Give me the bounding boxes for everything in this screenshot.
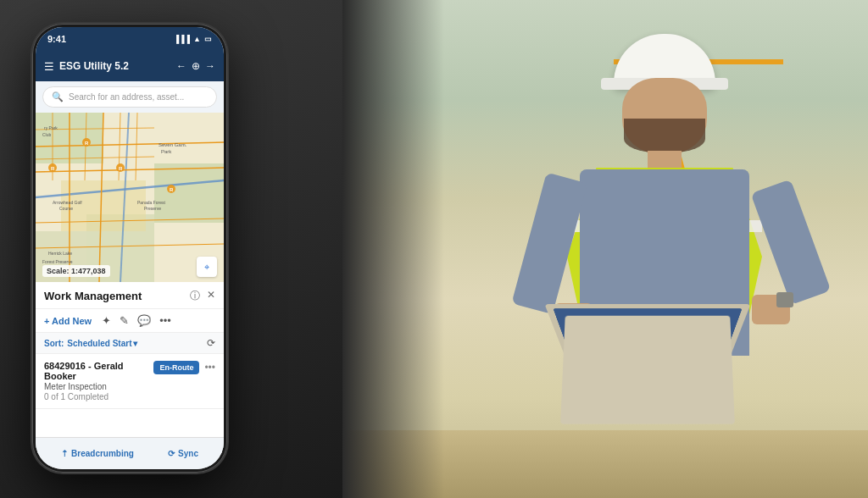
move-icon[interactable]: ✦ <box>102 314 111 327</box>
work-item-info: 68429016 - Gerald Booker Meter Inspectio… <box>44 361 148 401</box>
search-input[interactable]: 🔍 Search for an address, asset... <box>42 86 217 108</box>
svg-text:R: R <box>119 166 123 171</box>
svg-text:Herrick Lake: Herrick Lake <box>48 251 72 256</box>
svg-text:Park: Park <box>161 149 172 154</box>
svg-text:Preserve: Preserve <box>144 206 161 211</box>
work-item-more-icon[interactable]: ••• <box>204 362 215 374</box>
forward-icon[interactable]: → <box>205 60 215 72</box>
phone-screen: 9:41 ▐▐▐ ▲ ▭ ☰ ESG Utility 5.2 ← ⊕ → 🔍 S… <box>36 27 224 469</box>
svg-text:R: R <box>85 141 89 146</box>
location-button[interactable]: ⌖ <box>197 257 217 277</box>
comment-icon[interactable]: 💬 <box>137 314 151 327</box>
hamburger-icon[interactable]: ☰ <box>44 60 54 73</box>
battery-icon: ▭ <box>204 35 212 43</box>
refresh-icon[interactable]: ⟳ <box>207 337 215 349</box>
sort-value-button[interactable]: Scheduled Start ▾ <box>67 339 137 348</box>
work-item-count: 0 of 1 Completed <box>44 392 148 401</box>
worker-beard <box>624 119 705 152</box>
toolbar-icon-group: ✦ ✎ 💬 ••• <box>102 314 171 327</box>
worker-watch <box>776 292 793 307</box>
sort-prefix-label: Sort: <box>44 339 64 348</box>
worker-figure <box>546 34 817 483</box>
status-time: 9:41 <box>47 34 66 44</box>
add-new-button[interactable]: + Add New <box>44 316 92 326</box>
globe-icon[interactable]: ⊕ <box>192 60 200 72</box>
laptop-base <box>560 316 735 424</box>
status-bar: 9:41 ▐▐▐ ▲ ▭ <box>36 27 224 51</box>
more-options-icon[interactable]: ••• <box>159 314 171 327</box>
search-placeholder: Search for an address, asset... <box>69 92 184 102</box>
breadcrumb-label: Breadcrumbing <box>71 449 134 458</box>
header-navigation: ← ⊕ → <box>176 60 215 72</box>
svg-text:Club: Club <box>42 132 52 137</box>
work-item-actions: En-Route ••• <box>153 361 215 374</box>
search-icon: 🔍 <box>52 91 64 102</box>
sync-icon: ⟳ <box>168 449 175 458</box>
info-icon[interactable]: ⓘ <box>190 289 200 303</box>
phone-mockup: 9:41 ▐▐▐ ▲ ▭ ☰ ESG Utility 5.2 ← ⊕ → 🔍 S… <box>32 24 227 473</box>
work-item-id: 68429016 - Gerald Booker <box>44 361 148 381</box>
svg-text:Course: Course <box>59 206 73 211</box>
app-title: ESG Utility 5.2 <box>59 60 171 72</box>
work-item: 68429016 - Gerald Booker Meter Inspectio… <box>36 354 224 409</box>
close-icon[interactable]: ✕ <box>207 289 215 303</box>
svg-text:R: R <box>170 187 174 192</box>
map-area[interactable]: Seven Gam. Park Arrowhead Golf Course Pa… <box>36 113 224 282</box>
edit-icon[interactable]: ✎ <box>120 314 129 327</box>
breadcrumb-icon: ⇡ <box>61 449 68 458</box>
svg-text:Panada Forest: Panada Forest <box>137 200 165 205</box>
status-badge[interactable]: En-Route <box>153 361 199 374</box>
work-item-type: Meter Inspection <box>44 382 148 391</box>
panel-toolbar: + Add New ✦ ✎ 💬 ••• <box>36 309 224 333</box>
svg-text:ry Park: ry Park <box>44 125 58 130</box>
svg-text:Seven Gam.: Seven Gam. <box>159 142 187 147</box>
panel-header: Work Management ⓘ ✕ <box>36 282 224 309</box>
sort-row: Sort: Scheduled Start ▾ ⟳ <box>36 333 224 354</box>
map-svg: Seven Gam. Park Arrowhead Golf Course Pa… <box>36 113 224 282</box>
svg-text:R: R <box>51 166 55 171</box>
status-icons: ▐▐▐ ▲ ▭ <box>174 35 212 43</box>
svg-rect-2 <box>154 163 224 223</box>
work-management-panel: Work Management ⓘ ✕ + Add New ✦ ✎ 💬 ••• <box>36 282 224 409</box>
map-scale-label: Scale: 1:477,038 <box>42 265 110 277</box>
sync-label: Sync <box>178 449 198 458</box>
sync-button[interactable]: ⟳ Sync <box>168 449 198 458</box>
breadcrumbing-button[interactable]: ⇡ Breadcrumbing <box>61 449 134 458</box>
app-header: ☰ ESG Utility 5.2 ← ⊕ → <box>36 51 224 81</box>
svg-text:Forest Preserve: Forest Preserve <box>42 259 73 264</box>
panel-header-actions: ⓘ ✕ <box>190 289 215 303</box>
bottom-bar: ⇡ Breadcrumbing ⟳ Sync <box>36 437 224 469</box>
svg-text:Arrowhead Golf: Arrowhead Golf <box>53 200 82 205</box>
search-bar-container: 🔍 Search for an address, asset... <box>36 81 224 113</box>
table-surface <box>342 430 868 498</box>
back-icon[interactable]: ← <box>176 60 186 72</box>
signal-icon: ▐▐▐ <box>174 35 190 43</box>
panel-title: Work Management <box>44 290 142 302</box>
construction-photo <box>342 0 868 498</box>
wifi-icon: ▲ <box>193 35 201 43</box>
